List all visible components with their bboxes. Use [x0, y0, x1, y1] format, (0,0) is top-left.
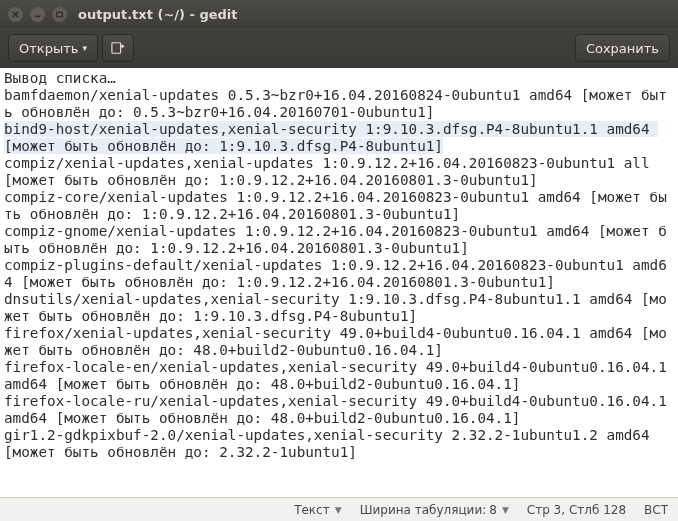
text-line: Вывод списка… — [4, 70, 116, 86]
text-line: compiz-plugins-default/xenial-updates 1:… — [4, 257, 667, 290]
new-tab-button[interactable] — [102, 34, 134, 62]
svg-rect-0 — [57, 12, 62, 17]
syntax-mode-label: Текст — [294, 503, 330, 517]
window-title: output.txt (~/) - gedit — [78, 7, 238, 22]
text-line: compiz/xenial-updates,xenial-updates 1:0… — [4, 155, 658, 188]
save-button-label: Сохранить — [586, 41, 659, 56]
save-button[interactable]: Сохранить — [575, 34, 670, 62]
statusbar: Текст ▼ Ширина табуляции: 8 ▼ Стр 3, Стл… — [0, 497, 678, 521]
titlebar: output.txt (~/) - gedit — [0, 0, 678, 28]
syntax-mode-selector[interactable]: Текст ▼ — [294, 503, 341, 517]
text-line: gir1.2-gdkpixbuf-2.0/xenial-updates,xeni… — [4, 427, 658, 460]
tab-width-selector[interactable]: Ширина табуляции: 8 ▼ — [360, 503, 509, 517]
chevron-down-icon: ▼ — [502, 505, 509, 515]
chevron-down-icon: ▾ — [82, 43, 87, 53]
text-line: compiz-gnome/xenial-updates 1:0.9.12.2+1… — [4, 223, 667, 256]
text-line: bamfdaemon/xenial-updates 0.5.3~bzr0+16.… — [4, 87, 667, 120]
text-editor-area[interactable]: Вывод списка… bamfdaemon/xenial-updates … — [0, 68, 678, 497]
tab-width-label: Ширина табуляции: — [360, 503, 487, 517]
text-line: firefox-locale-ru/xenial-updates,xenial-… — [4, 393, 675, 426]
open-button[interactable]: Открыть ▾ — [8, 34, 98, 62]
text-line-current: bind9-host/xenial-updates,xenial-securit… — [4, 121, 658, 154]
close-window-button[interactable] — [8, 7, 23, 22]
new-tab-icon — [111, 41, 125, 55]
toolbar: Открыть ▾ Сохранить — [0, 28, 678, 68]
open-button-label: Открыть — [19, 41, 78, 56]
text-line: firefox-locale-en/xenial-updates,xenial-… — [4, 359, 675, 392]
text-line: firefox/xenial-updates,xenial-security 4… — [4, 325, 667, 358]
cursor-position: Стр 3, Стлб 128 — [527, 503, 626, 517]
insert-mode-indicator[interactable]: ВСТ — [644, 503, 668, 517]
tab-width-value: 8 — [489, 503, 497, 517]
maximize-window-button[interactable] — [52, 7, 67, 22]
text-line: compiz-core/xenial-updates 1:0.9.12.2+16… — [4, 189, 667, 222]
svg-rect-1 — [112, 43, 121, 54]
chevron-down-icon: ▼ — [335, 505, 342, 515]
minimize-window-button[interactable] — [30, 7, 45, 22]
text-line: dnsutils/xenial-updates,xenial-security … — [4, 291, 667, 324]
